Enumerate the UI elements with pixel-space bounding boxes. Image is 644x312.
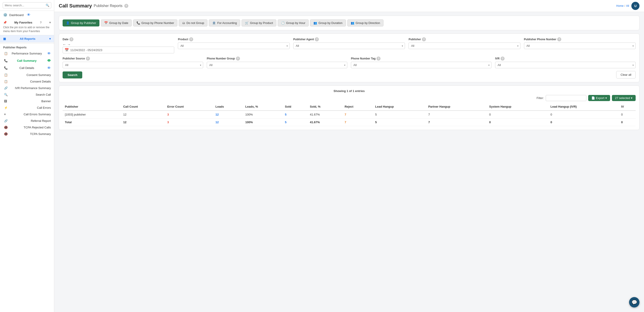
- eye-icon-call-details[interactable]: 👁: [47, 66, 51, 70]
- publisher-select[interactable]: All: [408, 43, 520, 49]
- table-cell: 12: [121, 118, 165, 126]
- group-buttons-container: 👤 Group by Publisher 📅 Group by Date 📞 G…: [62, 20, 636, 27]
- publisher-phone-label: Publisher Phone Number ?: [524, 37, 636, 41]
- publisher-help-icon[interactable]: ?: [422, 37, 426, 41]
- group-buttons-card: 👤 Group by Publisher 📅 Group by Date 📞 G…: [59, 16, 640, 30]
- eye-icon-performance[interactable]: 👁: [47, 52, 51, 56]
- export-button[interactable]: 📄 Export ▾: [588, 95, 610, 101]
- group-by-product-button[interactable]: 🛒 Group by Product: [242, 20, 276, 27]
- table-cell: 0: [548, 111, 619, 118]
- phone-number-group-filter: Phone Number Group ? All: [207, 57, 347, 68]
- date-prev-button[interactable]: ←: [62, 43, 66, 47]
- for-accounting-button[interactable]: 🏦 For Accounting: [209, 20, 240, 27]
- group-by-phone-button[interactable]: 📞 Group by Phone Number: [133, 20, 178, 27]
- chevron-down-icon[interactable]: ▾: [49, 21, 51, 24]
- no-phone-icon-2: 📵: [4, 132, 8, 136]
- sidebar-item-consent-summary[interactable]: 📋 Consent Summary: [0, 72, 54, 78]
- publisher-phone-select[interactable]: All: [524, 43, 636, 49]
- columns-button[interactable]: 27 selected ▾: [612, 95, 636, 101]
- sidebar-item-referral-report[interactable]: 🔗 Referral Report: [0, 118, 54, 124]
- product-select[interactable]: All: [178, 43, 290, 49]
- publisher-source-select[interactable]: All: [62, 62, 203, 68]
- do-not-group-button[interactable]: 🗂 Do not Group: [179, 20, 208, 27]
- group-by-direction-button[interactable]: 👥 Group by Direction: [347, 20, 384, 27]
- date-input-wrapper[interactable]: 📅: [62, 47, 174, 53]
- table-cell: 5: [373, 118, 426, 126]
- table-cell: 7: [342, 118, 373, 126]
- filter-label: Filter:: [536, 96, 544, 100]
- sidebar-item-call-errors[interactable]: ⚡ Call Errors: [0, 104, 54, 111]
- sidebar-item-call-summary[interactable]: 📞 Call Summary 👁: [0, 57, 54, 65]
- sidebar-item-ivr-performance[interactable]: 🔗 IVR Performance Summary: [0, 85, 54, 91]
- help-icon[interactable]: ?: [124, 4, 128, 8]
- doc-icon: 📋: [4, 52, 8, 55]
- call-summary-label: Call Summary: [17, 59, 36, 62]
- my-favorites-header[interactable]: 📌 My Favorites ? ▾: [3, 21, 51, 24]
- sidebar-item-tcpa-rejected[interactable]: 📵 TCPA Rejected Calls: [0, 124, 54, 131]
- filter-row-2: Publisher Source ? All Phone Number Grou…: [62, 57, 636, 68]
- phone-number-group-wrap: All: [207, 62, 347, 68]
- table-cell: 100%: [243, 118, 283, 126]
- for-accounting-label: For Accounting: [217, 21, 237, 25]
- clear-button[interactable]: Clear all: [616, 71, 636, 79]
- sidebar-item-consent-details[interactable]: 📋 Consent Details: [0, 78, 54, 85]
- sidebar-item-dashboard[interactable]: ⚙️ Dashboard 👁: [0, 11, 54, 19]
- eye-icon[interactable]: 👁: [27, 13, 30, 17]
- chat-icon: 💬: [632, 299, 637, 305]
- phone-number-group-help[interactable]: ?: [236, 57, 240, 61]
- user-avatar[interactable]: U: [631, 2, 640, 10]
- eye-icon-call-summary[interactable]: 👁: [47, 59, 51, 63]
- date-next-button[interactable]: →: [67, 43, 71, 47]
- date-label: Date ?: [62, 37, 174, 41]
- group-by-hour-button[interactable]: 🕐 Group by Hour: [278, 20, 309, 27]
- sidebar-item-search-call[interactable]: 🔍 Search Call: [0, 91, 54, 98]
- product-help-icon[interactable]: ?: [189, 37, 193, 41]
- entries-count: Showing 1 of 1 entries: [62, 89, 636, 93]
- table-cell: 3: [165, 111, 213, 118]
- col-iv: IV: [619, 103, 636, 111]
- phone-number-group-label: Phone Number Group ?: [207, 57, 347, 61]
- table-filter-input[interactable]: [546, 95, 586, 101]
- publisher-agent-help-icon[interactable]: ?: [315, 37, 319, 41]
- favorites-hint-text: Click the pin icon to add or remove the …: [3, 26, 51, 33]
- sidebar-item-tcpa-summary[interactable]: 📵 TCPA Summary: [0, 131, 54, 137]
- date-input[interactable]: [70, 48, 172, 52]
- col-sold: Sold: [283, 103, 308, 111]
- ivr-help[interactable]: ?: [500, 57, 504, 61]
- ivr-select[interactable]: All: [495, 62, 636, 68]
- phone-number-tag-help[interactable]: ?: [376, 57, 380, 61]
- publisher-phone-select-wrap: All: [524, 43, 636, 49]
- group-by-date-button[interactable]: 📅 Group by Date: [101, 20, 132, 27]
- chevron-down-icon-2[interactable]: ▾: [49, 37, 51, 41]
- publisher-source-help[interactable]: ?: [86, 57, 90, 61]
- breadcrumb-all[interactable]: All: [626, 4, 629, 8]
- all-reports-header[interactable]: ▦ All Reports ▾: [0, 35, 54, 43]
- breadcrumb-home[interactable]: Home: [616, 4, 624, 8]
- calendar-icon: 📅: [104, 21, 108, 25]
- group-by-duration-button[interactable]: 👥 Group by Duration: [310, 20, 346, 27]
- date-help-icon[interactable]: ?: [69, 37, 74, 41]
- phone-number-tag-select[interactable]: All: [351, 62, 492, 68]
- sidebar-item-performance-summary[interactable]: 📋 Performance Summary 👁: [0, 50, 54, 57]
- phone-icon-details: 📞: [4, 66, 8, 70]
- chat-bubble[interactable]: 💬: [629, 297, 640, 307]
- search-box[interactable]: 🔍: [3, 2, 51, 8]
- call-errors-summary-label: Call Errors Summary: [24, 113, 51, 116]
- col-lead-hangup: Lead Hangup: [373, 103, 426, 111]
- search-button[interactable]: Search: [62, 72, 82, 79]
- group-by-date-label: Group by Date: [109, 21, 128, 25]
- publisher-phone-help-icon[interactable]: ?: [557, 37, 561, 41]
- publisher-agent-select[interactable]: All: [293, 43, 405, 49]
- publisher-agent-filter: Publisher Agent ? All: [293, 37, 405, 53]
- group-by-phone-label: Group by Phone Number: [142, 21, 174, 25]
- sidebar-item-call-details[interactable]: 📞 Call Details 👁: [0, 65, 54, 72]
- phone-icon-call: 📞: [4, 59, 8, 62]
- do-not-group-label: Do not Group: [186, 21, 204, 25]
- phone-number-group-select[interactable]: All: [207, 62, 347, 68]
- sidebar-item-call-errors-summary[interactable]: ≡ Call Errors Summary: [0, 111, 54, 118]
- group-by-publisher-button[interactable]: 👤 Group by Publisher: [62, 20, 100, 27]
- question-icon[interactable]: ?: [40, 21, 42, 24]
- sidebar-item-banner[interactable]: 🖼 Banner: [0, 98, 54, 104]
- search-input[interactable]: [5, 4, 44, 7]
- link-icon-ivr: 🔗: [4, 86, 8, 90]
